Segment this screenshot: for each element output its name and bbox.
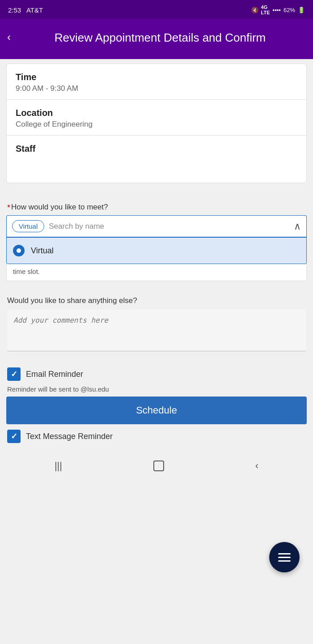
email-reminder-label: Email Reminder	[26, 370, 83, 379]
time-value: 9:00 AM - 9:30 AM	[16, 84, 297, 93]
page-title: Review Appointment Details and Confirm	[16, 30, 304, 46]
dropdown-item-virtual[interactable]: Virtual	[7, 238, 306, 264]
time-row: Time 9:00 AM - 9:30 AM	[7, 64, 306, 100]
dropdown-item-virtual-label: Virtual	[31, 246, 54, 256]
lte-icon: 4GLTE	[261, 4, 270, 15]
virtual-tag: Virtual	[12, 220, 44, 232]
appointment-details-card: Time 9:00 AM - 9:30 AM Location College …	[6, 64, 307, 183]
email-reminder-section: ✓ Email Reminder	[0, 360, 313, 384]
location-value: College of Engineering	[16, 120, 297, 129]
main-content: Time 9:00 AM - 9:30 AM Location College …	[0, 64, 313, 481]
battery-percent: 62%	[283, 7, 295, 13]
comments-section: Would you like to share anything else?	[0, 288, 313, 357]
status-icons: 🔇 4GLTE ▪▪▪▪ 62% 🔋	[251, 4, 305, 15]
page-header: ‹ Review Appointment Details and Confirm	[0, 19, 313, 59]
fab-menu-button[interactable]	[269, 542, 300, 572]
reminder-prefix: Reminder will be sent to	[7, 385, 79, 393]
schedule-button[interactable]: Schedule	[6, 397, 307, 424]
required-star: *	[7, 203, 10, 213]
text-reminder-label: Text Message Reminder	[26, 432, 113, 441]
status-bar: 2:53 AT&T 🔇 4GLTE ▪▪▪▪ 62% 🔋	[0, 0, 313, 19]
location-row: Location College of Engineering	[7, 100, 306, 136]
fab-menu-icon	[278, 553, 291, 562]
nav-home-icon[interactable]	[153, 461, 164, 471]
comments-input[interactable]	[7, 310, 306, 351]
staff-row: Staff	[7, 136, 306, 183]
comments-question: Would you like to share anything else?	[7, 296, 306, 305]
back-button[interactable]: ‹	[7, 31, 11, 43]
schedule-button-wrapper: Schedule	[0, 397, 313, 424]
nav-bar: ||| ‹	[0, 454, 313, 481]
battery-icon: 🔋	[298, 7, 305, 13]
status-time-carrier: 2:53 AT&T	[8, 6, 43, 14]
location-label: Location	[16, 108, 297, 118]
nav-back-icon[interactable]: ‹	[255, 460, 258, 472]
partial-text: time slot.	[6, 264, 307, 281]
signal-icon: ▪▪▪▪	[273, 7, 281, 13]
text-check-icon: ✓	[11, 431, 17, 441]
meeting-dropdown[interactable]: Virtual Search by name ∧	[6, 215, 307, 238]
text-reminder-checkbox[interactable]: ✓	[7, 430, 21, 443]
email-reminder-detail: Reminder will be sent to @lsu.edu	[0, 384, 313, 397]
dropdown-input-row[interactable]: Virtual Search by name ∧	[7, 216, 306, 238]
mute-icon: 🔇	[251, 7, 258, 13]
check-icon: ✓	[11, 369, 17, 379]
search-input-placeholder[interactable]: Search by name	[49, 222, 294, 231]
chevron-up-icon[interactable]: ∧	[294, 221, 301, 232]
email-reminder-checkbox[interactable]: ✓	[7, 367, 21, 381]
svg-point-0	[17, 248, 21, 253]
reminder-suffix: @lsu.edu	[80, 385, 109, 393]
meeting-question: * How would you like to meet?	[0, 195, 313, 215]
dropdown-list: Virtual	[6, 238, 307, 264]
time-label: Time	[16, 72, 297, 82]
meeting-question-text: How would you like to meet?	[11, 203, 108, 212]
email-reminder-row: ✓ Email Reminder	[7, 367, 306, 381]
virtual-selected-icon	[13, 245, 25, 256]
nav-menu-icon[interactable]: |||	[55, 460, 62, 472]
text-reminder-row: ✓ Text Message Reminder	[0, 424, 313, 450]
staff-label: Staff	[16, 144, 297, 154]
